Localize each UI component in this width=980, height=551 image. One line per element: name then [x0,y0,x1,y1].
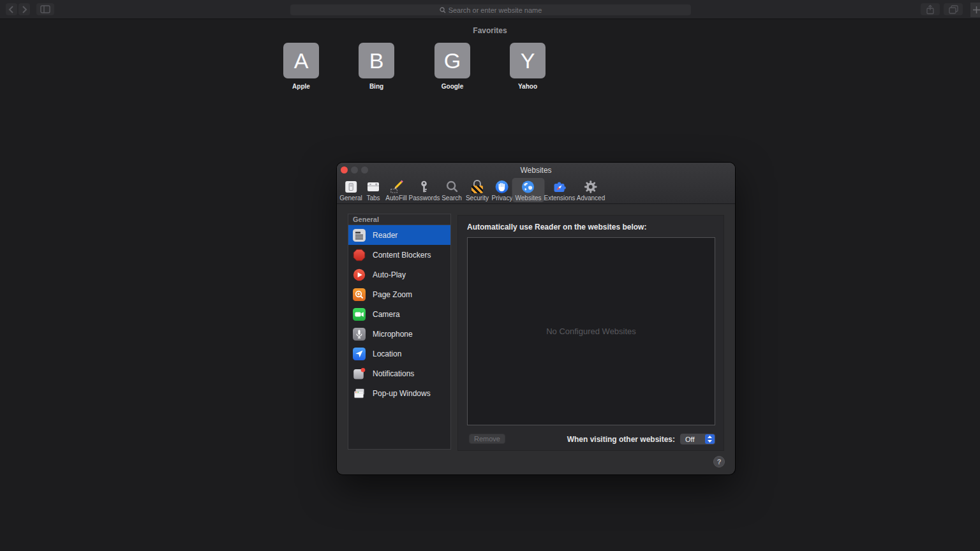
tab-websites[interactable]: Websites [512,178,545,202]
search-input[interactable]: Search or enter website name [290,4,691,15]
help-button[interactable]: ? [713,456,725,467]
tab-search[interactable]: Search [438,178,465,202]
page-zoom-icon [353,288,366,301]
passwords-icon [417,179,431,194]
extensions-icon [553,179,567,194]
websites-icon [521,179,535,194]
favorite-label-apple: Apple [271,83,332,90]
search-placeholder: Search or enter website name [449,6,542,14]
favorite-letter: G [444,48,461,73]
auto-play-icon [353,268,366,281]
tabs-icon [366,179,380,194]
sidebar-item-notifications[interactable]: Notifications [348,364,450,383]
search-icon [440,4,446,16]
back-button[interactable] [6,3,17,15]
content-blockers-icon [353,249,366,261]
security-icon [471,179,484,194]
forward-button[interactable] [19,3,30,15]
sidebar-icon [40,5,50,13]
preferences-titlebar: Websites General Tabs AutoFill Passwords… [337,163,735,204]
favorite-label-google: Google [422,83,483,90]
dropdown-value: Off [680,436,705,443]
favorite-letter: Y [521,48,535,73]
camera-icon [353,308,366,321]
tab-advanced[interactable]: Advanced [574,178,608,202]
notifications-icon [353,367,366,380]
reader-icon [353,229,366,242]
autofill-icon [389,179,403,194]
sidebar-item-auto-play[interactable]: Auto-Play [348,265,450,284]
favorites-heading: Favorites [0,26,980,35]
tab-general[interactable]: General [336,178,366,202]
sidebar-item-camera[interactable]: Camera [348,304,450,324]
tab-tabs[interactable]: Tabs [363,178,383,202]
tab-security[interactable]: Security [463,178,492,202]
safari-preferences-window: Websites General Tabs AutoFill Passwords… [337,163,735,474]
other-websites-dropdown[interactable]: Off [680,434,715,444]
favorite-tile-bing[interactable]: B [359,43,394,78]
tab-overview-icon [949,5,958,14]
tab-passwords[interactable]: Passwords [406,178,443,202]
sidebar-item-reader[interactable]: Reader [348,225,450,245]
chevron-left-icon [8,5,15,14]
sidebar-item-content-blockers[interactable]: Content Blockers [348,245,450,265]
tab-extensions[interactable]: Extensions [541,178,579,202]
favorite-letter: B [369,48,384,73]
remove-button[interactable]: Remove [469,434,505,444]
empty-list-message: No Configured Websites [546,327,636,336]
privacy-icon [495,179,509,194]
location-icon [353,348,366,360]
sidebar-item-microphone[interactable]: Microphone [348,324,450,344]
other-websites-label: When visiting other websites: [567,435,675,444]
share-icon [926,4,935,15]
browser-toolbar: Search or enter website name [0,0,980,19]
favorite-letter: A [294,48,309,73]
reader-settings-pane: Automatically use Reader on the websites… [457,215,724,451]
general-icon [344,179,358,194]
sidebar-section-header: General [348,214,450,225]
search-tab-icon [445,179,459,194]
favorite-tile-yahoo[interactable]: Y [510,43,546,78]
tab-overview-button[interactable] [944,3,963,15]
window-title: Websites [337,166,735,175]
advanced-icon [584,179,598,194]
favorite-label-yahoo: Yahoo [497,83,558,90]
microphone-icon [353,328,366,341]
new-tab-button[interactable] [970,3,980,17]
popup-windows-icon [353,387,366,400]
sidebar-toggle-button[interactable] [36,3,54,15]
share-button[interactable] [921,3,940,15]
sidebar-item-location[interactable]: Location [348,344,450,364]
chevron-right-icon [20,5,28,14]
websites-sidebar: General Reader Content Blockers Auto-Pla… [348,214,451,450]
dropdown-stepper-icon [705,434,715,444]
sidebar-item-page-zoom[interactable]: Page Zoom [348,284,450,304]
favorite-label-bing: Bing [346,83,407,90]
favorite-tile-apple[interactable]: A [283,43,319,78]
reader-pane-heading: Automatically use Reader on the websites… [467,223,646,231]
sidebar-item-popup-windows[interactable]: Pop-up Windows [348,383,450,403]
favorite-tile-google[interactable]: G [434,43,470,78]
configured-websites-list[interactable]: No Configured Websites [467,237,715,425]
